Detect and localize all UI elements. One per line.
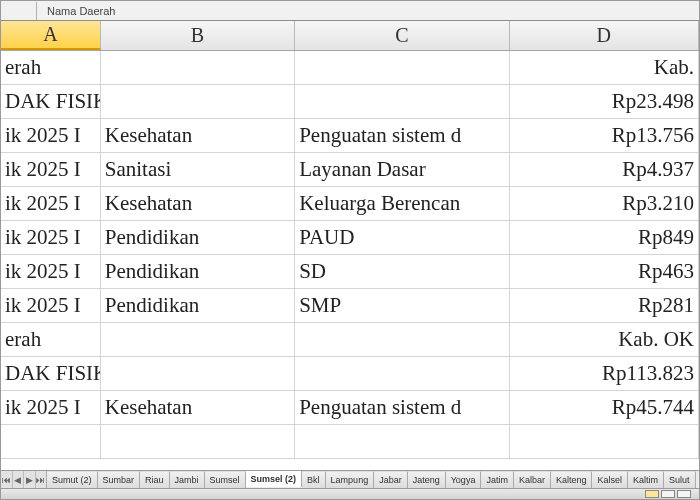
sheet-tab[interactable]: Kalsel <box>592 471 628 488</box>
table-row: DAK FISIKRp23.498 <box>1 85 699 119</box>
table-row: ik 2025 IPendidikanPAUDRp849 <box>1 221 699 255</box>
sheet-tab[interactable]: Sulut <box>664 471 696 488</box>
cell-d[interactable]: Rp113.823 <box>510 357 699 390</box>
spreadsheet-grid[interactable]: erahKab. DAK FISIKRp23.498ik 2025 IKeseh… <box>1 51 699 461</box>
cell-c[interactable] <box>295 51 509 84</box>
sheet-tab[interactable]: Sumsel <box>205 471 246 488</box>
column-header-d[interactable]: D <box>510 21 699 50</box>
cell-d[interactable]: Kab. <box>510 51 699 84</box>
cell-a[interactable]: ik 2025 I <box>1 187 101 220</box>
sheet-tab[interactable]: Jatim <box>481 471 514 488</box>
cell-d[interactable]: Rp281 <box>510 289 699 322</box>
sheet-tab[interactable]: Kalbar <box>514 471 551 488</box>
cell-a[interactable]: DAK FISIK <box>1 85 101 118</box>
cell-b[interactable]: Kesehatan <box>101 119 295 152</box>
column-header-a[interactable]: A <box>1 21 101 50</box>
cell-a[interactable]: ik 2025 I <box>1 119 101 152</box>
sheet-tab[interactable]: Kaltim <box>628 471 664 488</box>
column-headers: ABCD <box>1 21 699 51</box>
table-row <box>1 425 699 459</box>
view-page-layout-icon[interactable] <box>661 490 675 498</box>
cell-d[interactable] <box>510 425 699 458</box>
formula-bar[interactable]: Nama Daerah <box>37 5 115 17</box>
cell-b[interactable]: Pendidikan <box>101 289 295 322</box>
view-normal-icon[interactable] <box>645 490 659 498</box>
table-row: ik 2025 IKesehatanPenguatan sistem dRp45… <box>1 391 699 425</box>
sheet-tab[interactable]: Kalteng <box>551 471 593 488</box>
cell-c[interactable] <box>295 85 509 118</box>
cell-c[interactable]: Penguatan sistem d <box>295 391 509 424</box>
tab-prev-icon[interactable]: ◀ <box>13 471 25 488</box>
cell-a[interactable]: ik 2025 I <box>1 289 101 322</box>
cell-b[interactable]: Sanitasi <box>101 153 295 186</box>
cell-c[interactable]: SMP <box>295 289 509 322</box>
sheet-tabs: Sumut (2)SumbarRiauJambiSumselSumsel (2)… <box>47 471 699 488</box>
cell-c[interactable] <box>295 323 509 356</box>
cell-c[interactable]: Keluarga Berencan <box>295 187 509 220</box>
cell-d[interactable]: Rp45.744 <box>510 391 699 424</box>
cell-b[interactable] <box>101 425 295 458</box>
cell-d[interactable]: Rp463 <box>510 255 699 288</box>
cell-c[interactable]: PAUD <box>295 221 509 254</box>
cell-b[interactable]: Pendidikan <box>101 221 295 254</box>
cell-c[interactable]: Layanan Dasar <box>295 153 509 186</box>
cell-b[interactable]: Pendidikan <box>101 255 295 288</box>
cell-c[interactable]: Penguatan sistem d <box>295 119 509 152</box>
cell-d[interactable]: Rp23.498 <box>510 85 699 118</box>
cell-b[interactable] <box>101 51 295 84</box>
sheet-tab[interactable]: Sumut (2) <box>47 471 98 488</box>
cell-b[interactable]: Kesehatan <box>101 391 295 424</box>
table-row: DAK FISIKRp113.823 <box>1 357 699 391</box>
tab-next-icon[interactable]: ▶ <box>24 471 36 488</box>
cell-d[interactable]: Rp3.210 <box>510 187 699 220</box>
table-row: ik 2025 IKesehatanPenguatan sistem dRp13… <box>1 119 699 153</box>
sheet-tab[interactable]: Jateng <box>408 471 446 488</box>
status-bar <box>1 488 699 499</box>
tab-first-icon[interactable]: ⏮ <box>1 471 13 488</box>
cell-d[interactable]: Rp4.937 <box>510 153 699 186</box>
sheet-tab[interactable]: Sumbar <box>98 471 141 488</box>
table-row: ik 2025 IPendidikanSMPRp281 <box>1 289 699 323</box>
cell-a[interactable]: ik 2025 I <box>1 255 101 288</box>
cell-a[interactable]: ik 2025 I <box>1 153 101 186</box>
cell-c[interactable] <box>295 425 509 458</box>
cell-b[interactable] <box>101 357 295 390</box>
sheet-tab[interactable]: Lampung <box>326 471 375 488</box>
tab-nav-group: ⏮ ◀ ▶ ⏭ <box>1 471 47 488</box>
cell-b[interactable] <box>101 85 295 118</box>
table-row: ik 2025 ISanitasiLayanan DasarRp4.937 <box>1 153 699 187</box>
sheet-tab[interactable]: Riau <box>140 471 170 488</box>
table-row: erahKab. <box>1 51 699 85</box>
sheet-tab[interactable]: Bkl <box>302 471 326 488</box>
cell-c[interactable]: SD <box>295 255 509 288</box>
sheet-tab[interactable]: Jambi <box>170 471 205 488</box>
cell-c[interactable] <box>295 357 509 390</box>
sheet-tab[interactable]: Yogya <box>446 471 482 488</box>
table-row: ik 2025 IPendidikanSDRp463 <box>1 255 699 289</box>
name-box[interactable] <box>1 2 37 20</box>
cell-a[interactable]: erah <box>1 323 101 356</box>
cell-d[interactable]: Rp849 <box>510 221 699 254</box>
table-row: ik 2025 IKesehatanKeluarga BerencanRp3.2… <box>1 187 699 221</box>
cell-a[interactable]: DAK FISIK <box>1 357 101 390</box>
sheet-tab[interactable]: Sumsel (2) <box>246 471 303 487</box>
tab-last-icon[interactable]: ⏭ <box>36 471 47 488</box>
cell-b[interactable] <box>101 323 295 356</box>
sheet-tab[interactable]: Jabar <box>374 471 408 488</box>
cell-d[interactable]: Rp13.756 <box>510 119 699 152</box>
column-header-c[interactable]: C <box>295 21 509 50</box>
table-row: erahKab. OK <box>1 323 699 357</box>
formula-bar-row: Nama Daerah <box>1 1 699 21</box>
view-page-break-icon[interactable] <box>677 490 691 498</box>
column-header-b[interactable]: B <box>101 21 295 50</box>
cell-a[interactable]: ik 2025 I <box>1 221 101 254</box>
cell-a[interactable] <box>1 425 101 458</box>
cell-d[interactable]: Kab. OK <box>510 323 699 356</box>
cell-a[interactable]: erah <box>1 51 101 84</box>
sheet-tab-bar: ⏮ ◀ ▶ ⏭ Sumut (2)SumbarRiauJambiSumselSu… <box>1 470 699 488</box>
cell-a[interactable]: ik 2025 I <box>1 391 101 424</box>
cell-b[interactable]: Kesehatan <box>101 187 295 220</box>
